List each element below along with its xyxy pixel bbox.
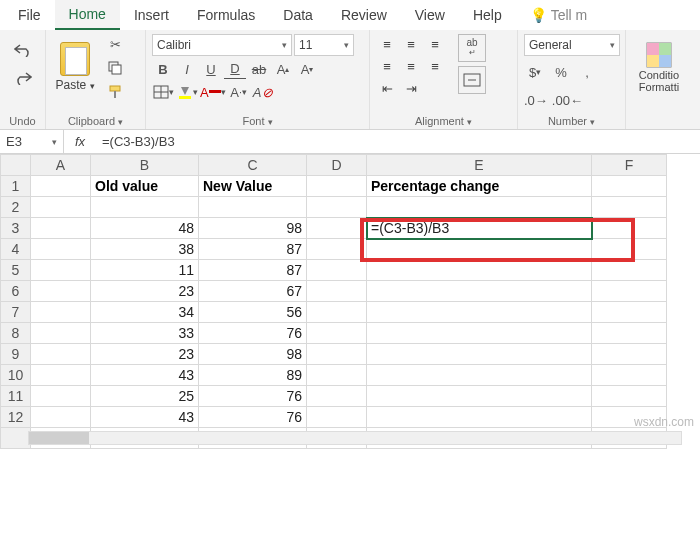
decrease-indent-icon[interactable]: ⇤ [376, 78, 398, 98]
header-percentage-change[interactable]: Percentage change [367, 176, 592, 197]
tab-formulas[interactable]: Formulas [183, 1, 269, 29]
strike-button[interactable]: ab [248, 59, 270, 79]
name-box[interactable]: E3▾ [0, 130, 64, 153]
tell-me[interactable]: 💡Tell m [516, 1, 602, 29]
format-painter-icon[interactable] [104, 82, 126, 102]
cell-E3-active[interactable]: =(C3-B3)/B3 [367, 218, 592, 239]
cell-B12[interactable]: 43 [91, 407, 199, 428]
cell-B10[interactable]: 43 [91, 365, 199, 386]
align-top-icon[interactable]: ≡ [376, 34, 398, 54]
align-right-icon[interactable]: ≡ [424, 56, 446, 76]
row-header-5[interactable]: 5 [1, 260, 31, 281]
cell-C6[interactable]: 67 [199, 281, 307, 302]
header-new-value[interactable]: New Value [199, 176, 307, 197]
decrease-decimal-button[interactable]: .00← [552, 90, 583, 110]
subscript-button[interactable]: A·▾ [228, 82, 250, 102]
cell-C7[interactable]: 56 [199, 302, 307, 323]
row-header-7[interactable]: 7 [1, 302, 31, 323]
currency-button[interactable]: $▾ [524, 62, 546, 82]
svg-rect-2 [110, 86, 120, 91]
cell-B5[interactable]: 11 [91, 260, 199, 281]
formula-bar-input[interactable]: =(C3-B3)/B3 [96, 134, 700, 149]
tab-review[interactable]: Review [327, 1, 401, 29]
col-header-C[interactable]: C [199, 155, 307, 176]
col-header-A[interactable]: A [31, 155, 91, 176]
cell-C5[interactable]: 87 [199, 260, 307, 281]
spreadsheet-grid[interactable]: A B C D E F 1 Old value New Value Percen… [0, 154, 667, 449]
cell-C4[interactable]: 87 [199, 239, 307, 260]
bold-button[interactable]: B [152, 59, 174, 79]
cell-C8[interactable]: 76 [199, 323, 307, 344]
redo-icon[interactable] [12, 68, 34, 88]
align-left-icon[interactable]: ≡ [376, 56, 398, 76]
svg-rect-7 [179, 96, 191, 99]
row-header-12[interactable]: 12 [1, 407, 31, 428]
cell-B9[interactable]: 23 [91, 344, 199, 365]
undo-icon[interactable] [12, 40, 34, 60]
tab-insert[interactable]: Insert [120, 1, 183, 29]
underline-button[interactable]: U [200, 59, 222, 79]
conditional-formatting-button[interactable]: ConditioFormatti [632, 34, 686, 100]
cell-B3[interactable]: 48 [91, 218, 199, 239]
row-header-6[interactable]: 6 [1, 281, 31, 302]
paste-button[interactable]: Paste ▾ [52, 34, 98, 100]
copy-icon[interactable] [104, 58, 126, 78]
cell-C10[interactable]: 89 [199, 365, 307, 386]
fx-button[interactable]: fx [64, 134, 96, 149]
horizontal-scrollbar[interactable] [28, 431, 682, 445]
fill-color-button[interactable]: ▾ [176, 82, 198, 102]
font-name-dropdown[interactable]: Calibri▾ [152, 34, 292, 56]
clear-format-button[interactable]: A⊘ [252, 82, 274, 102]
row-header-9[interactable]: 9 [1, 344, 31, 365]
row-header-13[interactable] [1, 428, 31, 449]
select-all-corner[interactable] [1, 155, 31, 176]
tab-data[interactable]: Data [269, 1, 327, 29]
tab-file[interactable]: File [4, 1, 55, 29]
cell-C12[interactable]: 76 [199, 407, 307, 428]
percent-button[interactable]: % [550, 62, 572, 82]
font-size-dropdown[interactable]: 11▾ [294, 34, 354, 56]
italic-button[interactable]: I [176, 59, 198, 79]
col-header-F[interactable]: F [592, 155, 667, 176]
row-header-3[interactable]: 3 [1, 218, 31, 239]
align-bottom-icon[interactable]: ≡ [424, 34, 446, 54]
cell-C9[interactable]: 98 [199, 344, 307, 365]
tab-help[interactable]: Help [459, 1, 516, 29]
cell-B6[interactable]: 23 [91, 281, 199, 302]
col-header-D[interactable]: D [307, 155, 367, 176]
header-old-value[interactable]: Old value [91, 176, 199, 197]
cell-B7[interactable]: 34 [91, 302, 199, 323]
wrap-text-button[interactable]: ab↵ [458, 34, 486, 62]
row-header-2[interactable]: 2 [1, 197, 31, 218]
cut-icon[interactable]: ✂ [104, 34, 126, 54]
chevron-down-icon: ▾ [610, 40, 615, 50]
increase-decimal-button[interactable]: .0→ [524, 90, 548, 110]
tab-view[interactable]: View [401, 1, 459, 29]
row-header-10[interactable]: 10 [1, 365, 31, 386]
row-header-11[interactable]: 11 [1, 386, 31, 407]
cell-C11[interactable]: 76 [199, 386, 307, 407]
cell-B4[interactable]: 38 [91, 239, 199, 260]
tab-home[interactable]: Home [55, 0, 120, 30]
borders-button[interactable]: ▾ [152, 82, 174, 102]
number-format-dropdown[interactable]: General▾ [524, 34, 620, 56]
col-header-E[interactable]: E [367, 155, 592, 176]
row-header-8[interactable]: 8 [1, 323, 31, 344]
row-header-4[interactable]: 4 [1, 239, 31, 260]
cell-C3[interactable]: 98 [199, 218, 307, 239]
decrease-font-icon[interactable]: A▾ [296, 59, 318, 79]
cell-B8[interactable]: 33 [91, 323, 199, 344]
row-header-1[interactable]: 1 [1, 176, 31, 197]
font-color-button[interactable]: A▾ [200, 82, 226, 102]
double-underline-button[interactable]: D [224, 59, 246, 79]
comma-button[interactable]: , [576, 62, 598, 82]
cell-B11[interactable]: 25 [91, 386, 199, 407]
col-header-B[interactable]: B [91, 155, 199, 176]
chevron-down-icon: ▾ [90, 81, 95, 91]
increase-font-icon[interactable]: A▴ [272, 59, 294, 79]
merge-button[interactable] [458, 66, 486, 94]
increase-indent-icon[interactable]: ⇥ [400, 78, 422, 98]
align-center-icon[interactable]: ≡ [400, 56, 422, 76]
align-middle-icon[interactable]: ≡ [400, 34, 422, 54]
svg-rect-1 [112, 65, 121, 74]
